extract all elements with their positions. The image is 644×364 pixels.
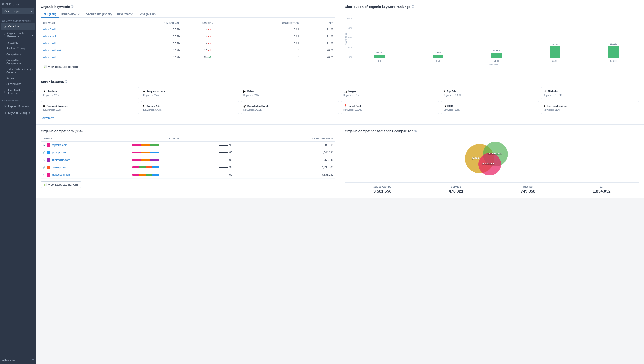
competitors-info-icon[interactable]: ⓘ [84,129,86,133]
sidebar-sub-subdomains[interactable]: Subdomains [1,82,35,87]
external-link-icon[interactable]: 🔗 [43,174,45,176]
serp-card-keywords: Keywords: 81.7K [544,109,637,111]
serp-card[interactable]: 📍 Local Pack Keywords: 166.4K [341,101,439,114]
sidebar: ⊞ All Projects Select project COMPETITIV… [0,0,36,364]
keyword-link[interactable]: yahoo mail mail [43,49,61,52]
serp-card[interactable]: ≡ Featured Snippets Keywords: 558.4K [41,101,139,114]
bar-rect[interactable] [433,55,443,58]
sidebar-item-expand-database[interactable]: ⊞ Expand Database [1,103,35,109]
serp-features-grid: ★ Reviews Keywords: 2.5M ≡ People also a… [41,86,639,114]
serp-card[interactable]: G GMB Keywords: 108K [441,101,539,114]
serp-card-icon: $ [443,90,445,93]
view-detailed-report-btn-competitors[interactable]: 📊 VIEW DETAILED REPORT [41,181,81,188]
bar-x-label: 51-100 [610,60,616,62]
domain-link[interactable]: trustradius.com [52,158,70,162]
semantics-title: Organic competitor semantics comparison [345,129,413,133]
sidebar-sub-competitor-comparison[interactable]: Competitor Comparison [1,58,35,66]
external-link-icon[interactable]: 🔗 [43,152,45,154]
serp-card-icon: ★ [43,90,46,93]
serp-info-icon[interactable]: ⓘ [65,80,67,83]
domain-link[interactable]: makeuseof.com [52,173,71,176]
keyword-link[interactable]: yahoo mail in [43,56,59,59]
semantics-stats: ALL KEYWORDS 3,581,556 COMMON 476,321 MI… [345,182,639,194]
all-projects-link[interactable]: ⊞ All Projects [2,3,34,6]
sidebar-item-overview[interactable]: ⊞ Overview [1,24,35,30]
serp-card-keywords: Keywords: 2.3M [243,94,337,96]
serp-card-icon: ≡ [544,104,545,108]
sidebar-sub-keywords[interactable]: Keywords [1,40,35,46]
col-competition: COMPETITION [233,21,301,26]
minimize-button[interactable]: ◀ Minimize [2,358,16,362]
external-link-icon[interactable]: 🔗 [43,144,45,146]
serp-card[interactable]: ↗ Sitelinks Keywords: 607.5K [541,86,639,100]
serp-card[interactable]: $ Top Ads Keywords: 656.1K [441,86,539,100]
sidebar-item-paid-traffic[interactable]: $ Paid Traffic Research ▾ [1,87,35,97]
keyword-link[interactable]: yahoo-mail [43,35,56,38]
bar-rect[interactable] [550,46,560,58]
keyword-link[interactable]: yahoo/mail [43,28,56,31]
help-icon[interactable]: ? [32,358,34,362]
bar-rect[interactable] [608,46,618,58]
comp-col-domain: DOMAIN [41,136,130,142]
serp-card-icon: $ [143,104,145,108]
keyword-link[interactable]: yahoo.mail [43,42,56,45]
bar-pct-label: 14.83% [493,50,500,52]
project-select[interactable]: Select project [2,8,34,14]
stat-missing: MISSING 749,858 [521,186,535,194]
serp-card-keywords: Keywords: 558.4K [43,109,136,111]
venn-diagram: g2.comcapterra.comgetapp.com [345,136,639,181]
serp-card-title: See results about [547,104,567,107]
sidebar-sub-traffic-distribution[interactable]: Traffic Distribution by Country [1,66,35,75]
col-cpc: CPC [301,21,335,26]
tab-all[interactable]: ALL (2.8M) [41,12,59,18]
serp-card-icon: ▶ [243,90,246,93]
domain-link[interactable]: capterra.com [52,144,67,147]
serp-card-keywords: Keywords: 166.4K [343,109,437,111]
y-axis-labels: 100% 75% 50% 25% 0% [347,17,354,62]
bar-group: 32.8% 21-50 [529,43,581,62]
show-more-link[interactable]: Show more [41,116,55,120]
serp-card-keywords: Keywords: 656.1K [443,94,537,96]
serp-card[interactable]: 🖼 Images Keywords: 1.1M [341,86,439,100]
organic-keywords-title: Organic keywords [41,5,70,8]
sidebar-item-organic-traffic[interactable]: ↗ Organic Traffic Research ▴ [1,30,35,40]
sidebar-sub-pages[interactable]: Pages [1,76,35,81]
tab-improved[interactable]: IMPROVED (1M) [59,12,83,18]
external-link-icon[interactable]: 🔗 [43,159,45,161]
domain-link[interactable]: pcmag.com [52,166,66,169]
organic-keywords-info-icon[interactable]: ⓘ [71,5,73,8]
semantics-info-icon[interactable]: ⓘ [414,129,417,133]
organic-keywords-tabs: ALL (2.8M) IMPROVED (1M) DECREASED (930.… [41,12,335,18]
organic-traffic-icon: ↗ [3,33,6,36]
distribution-info-icon[interactable]: ⓘ [412,5,414,8]
main-content: Organic keywords ⓘ ALL (2.8M) IMPROVED (… [36,0,644,364]
sidebar-sub-competitors[interactable]: Competitors [1,52,35,57]
tab-lost[interactable]: LOST (944.6K) [136,12,158,18]
bar-rect[interactable] [374,55,385,58]
domain-link[interactable]: getapp.com [52,151,66,154]
view-detailed-report-btn-keywords[interactable]: 📊 VIEW DETAILED REPORT [41,64,81,70]
competitor-semantics-panel: Organic competitor semantics comparison … [340,124,644,198]
y-axis-label: KEYWORDS [345,32,347,45]
serp-card[interactable]: ★ Reviews Keywords: 2.5M [41,86,139,100]
serp-card-icon: 📍 [343,104,347,108]
stat-common: COMMON 476,321 [449,186,463,194]
keyword-mgr-icon: ⊞ [3,111,6,114]
serp-features-title: SERP features [41,80,64,84]
keyword-tools-label: KEYWORD TOOLS [0,97,36,103]
table-row: yahoo mail in 37.2M 25 ▾+1 0 €0.71 [41,54,335,61]
external-link-icon[interactable]: 🔗 [43,166,45,169]
bar-pct-label: 9.32% [435,52,441,54]
sidebar-item-keyword-manager[interactable]: ⊞ Keyword Manager [1,110,35,116]
serp-card[interactable]: ▶ Video Keywords: 2.3M [241,86,339,100]
sidebar-sub-ranking-changes[interactable]: Ranking Changes [1,46,35,51]
serp-card[interactable]: $ Bottom Ads Keywords: 354.4K [141,101,239,114]
serp-card[interactable]: ≡ See results about Keywords: 81.7K [541,101,639,114]
tab-decreased[interactable]: DECREASED (930.3K) [83,12,114,18]
bar-x-label: 21-50 [552,60,557,62]
serp-card-keywords: Keywords: 108K [443,109,537,111]
tab-new[interactable]: NEW (758.7K) [114,12,136,18]
bar-rect[interactable] [491,53,502,58]
serp-card[interactable]: ◎ Knowledge Graph Keywords: 172.9K [241,101,339,114]
serp-card[interactable]: ≡ People also ask Keywords: 2.4M [141,86,239,100]
